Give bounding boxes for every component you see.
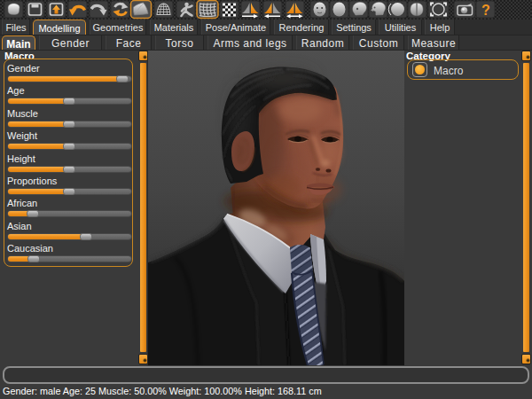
svg-text:?: ? bbox=[481, 3, 490, 18]
